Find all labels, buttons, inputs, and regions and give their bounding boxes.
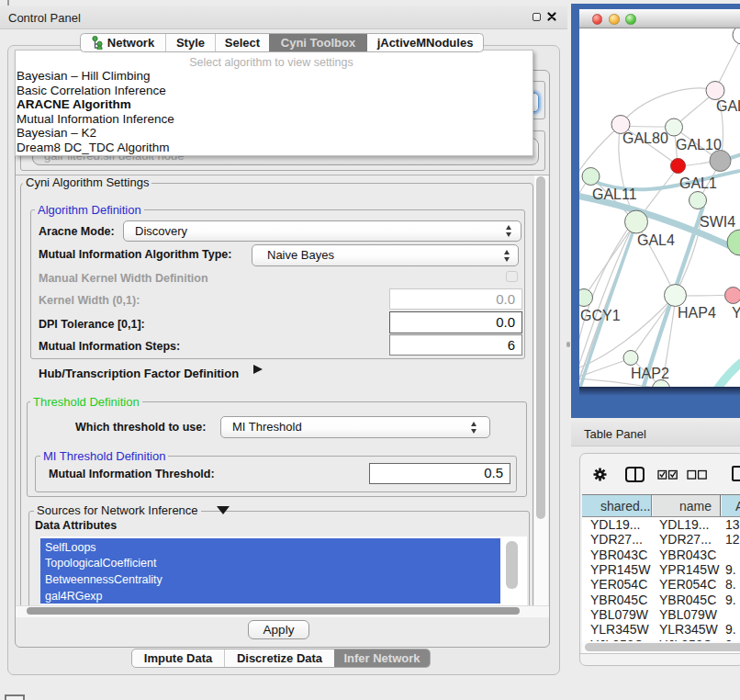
svg-text:GAL80: GAL80 (622, 130, 668, 146)
svg-text:GAL11: GAL11 (592, 186, 637, 202)
svg-text:GCY1: GCY1 (580, 308, 621, 323)
svg-text:HAP2: HAP2 (631, 366, 669, 381)
svg-text:SWI4: SWI4 (700, 214, 735, 230)
svg-text:Y: Y (732, 305, 740, 321)
svg-text:GAL7: GAL7 (716, 98, 740, 114)
svg-text:GAL4: GAL4 (637, 232, 675, 248)
svg-text:HAP4: HAP4 (678, 305, 716, 321)
svg-text:GAL10: GAL10 (676, 137, 722, 152)
svg-text:GAL1: GAL1 (679, 175, 717, 191)
